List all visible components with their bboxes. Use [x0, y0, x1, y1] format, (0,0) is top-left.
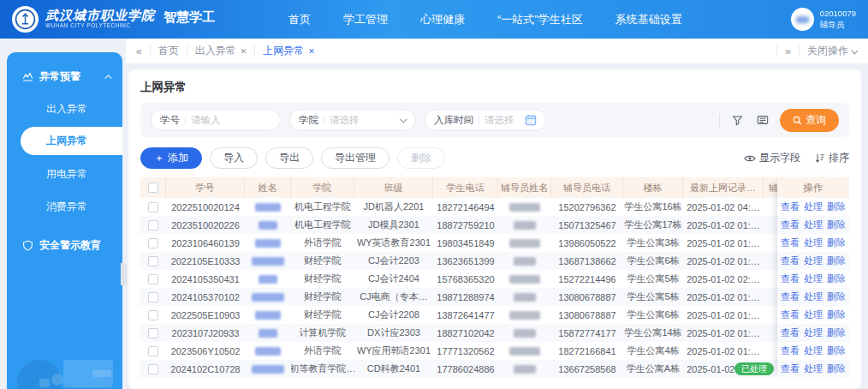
nav-item-student-affairs[interactable]: 学工管理 — [343, 12, 388, 27]
search-icon — [793, 116, 802, 125]
delete-link[interactable]: 删除 — [827, 344, 846, 357]
view-link[interactable]: 查看 — [781, 218, 800, 231]
export-button[interactable]: 导出 — [265, 147, 313, 169]
tabs-collapse-icon[interactable]: « — [136, 45, 142, 57]
row-checkbox[interactable] — [148, 346, 158, 356]
delete-link[interactable]: 删除 — [827, 272, 846, 285]
delete-link[interactable]: 删除 — [827, 290, 846, 303]
delete-link[interactable]: 删除 — [827, 200, 846, 213]
user-box[interactable]: 02010079 辅导员 — [791, 8, 856, 31]
view-link[interactable]: 查看 — [781, 290, 800, 303]
view-link[interactable]: 查看 — [781, 236, 800, 249]
cell-building: 学生公寓17栋 — [623, 216, 683, 234]
table-row: 2022105E10333财经学院CJ会计2203136236513991368… — [140, 252, 849, 270]
cell-last-record: 2025-01-02 01:… — [683, 252, 764, 270]
tab-entry-exit[interactable]: 出入异常✕ — [195, 44, 247, 58]
redacted-student-name — [255, 311, 281, 320]
cell-college: 财经学院 — [291, 288, 354, 306]
warning-monitor-icon — [22, 71, 33, 82]
handle-link[interactable]: 处理 — [804, 200, 823, 213]
import-time-filter-date[interactable]: 入库时间 请选择 — [425, 109, 546, 131]
view-link[interactable]: 查看 — [781, 362, 800, 375]
tab-label: 上网异常 — [263, 44, 304, 58]
nav-item-system-settings[interactable]: 系统基础设置 — [615, 12, 682, 27]
row-checkbox[interactable] — [148, 274, 158, 284]
table-row: 2022510020124机电工程学院JD机器人2201182721464941… — [140, 198, 849, 216]
row-checkbox[interactable] — [148, 256, 158, 266]
user-avatar[interactable] — [791, 8, 814, 31]
filter-funnel-icon[interactable] — [728, 111, 746, 129]
col-header-student-phone: 学生电话 — [433, 177, 498, 198]
view-link[interactable]: 查看 — [781, 254, 800, 267]
import-button[interactable]: 导入 — [210, 147, 258, 169]
cell-college: 计算机学院 — [291, 324, 354, 342]
handle-link[interactable]: 处理 — [804, 272, 823, 285]
tab-internet[interactable]: 上网异常✕ — [263, 44, 315, 58]
view-link[interactable]: 查看 — [781, 272, 800, 285]
nav-item-home[interactable]: 首页 — [288, 12, 311, 27]
delete-link[interactable]: 删除 — [827, 326, 846, 339]
sidebar-group-safety-education[interactable]: 安全警示教育 — [7, 223, 122, 261]
college-placeholder: 请选择 — [330, 114, 396, 127]
cell-college: 外语学院 — [291, 342, 354, 360]
student-id-filter-input[interactable]: 学号 请输入 — [151, 109, 281, 131]
handle-link[interactable]: 处理 — [804, 344, 823, 357]
handle-link[interactable]: 处理 — [804, 236, 823, 249]
header-checkbox[interactable] — [148, 183, 158, 193]
sidebar-collapse-handle[interactable] — [121, 263, 127, 285]
college-filter-select[interactable]: 学院 请选择 — [289, 109, 416, 131]
close-actions-dropdown[interactable]: 关闭操作 — [807, 44, 858, 58]
add-button[interactable]: ＋添加 — [140, 147, 202, 169]
nav-item-mental-health[interactable]: 心理健康 — [420, 12, 465, 27]
search-button[interactable]: 查询 — [780, 109, 839, 132]
handle-link[interactable]: 处理 — [804, 254, 823, 267]
sort-button[interactable]: 排序 — [814, 151, 849, 165]
cell-counselor-phone: 15202796362 — [551, 198, 623, 216]
student-id-placeholder: 请输入 — [191, 114, 271, 127]
delete-link[interactable]: 删除 — [827, 254, 846, 267]
delete-link[interactable]: 删除 — [827, 236, 846, 249]
row-checkbox[interactable] — [148, 328, 158, 338]
view-link[interactable]: 查看 — [781, 326, 800, 339]
delete-button[interactable]: 删除 — [397, 147, 445, 169]
row-checkbox[interactable] — [148, 310, 158, 320]
redacted-counselor-name — [514, 365, 536, 374]
handle-link[interactable]: 处理 — [804, 218, 823, 231]
sidebar-item-entry-exit[interactable]: 出入异常 — [7, 93, 122, 125]
sidebar-item-consumption[interactable]: 消费异常 — [7, 190, 122, 223]
cell-class: CJ会计2404 — [354, 270, 433, 288]
nav-item-student-community[interactable]: “一站式”学生社区 — [497, 12, 583, 27]
tabs-expand-icon[interactable]: » — [785, 45, 791, 57]
export-manage-button[interactable]: 导出管理 — [321, 147, 389, 169]
col-header-class: 班级 — [354, 177, 433, 198]
sidebar-item-internet[interactable]: 上网异常 — [21, 127, 122, 155]
cell-counselor-name — [498, 234, 551, 252]
layout-settings-icon[interactable] — [754, 111, 771, 129]
view-link[interactable]: 查看 — [781, 200, 800, 213]
col-header-counselor-phone: 辅导员电话 — [551, 177, 623, 198]
cell-counselor-phone: 15272214496 — [551, 270, 623, 288]
view-link[interactable]: 查看 — [781, 344, 800, 357]
handle-link[interactable]: 处理 — [804, 326, 823, 339]
sidebar-group-warning[interactable]: 异常预警 — [7, 52, 122, 93]
view-link[interactable]: 查看 — [781, 308, 800, 321]
col-header-college: 学院 — [291, 177, 354, 198]
delete-link[interactable]: 删除 — [827, 218, 846, 231]
close-icon[interactable]: ✕ — [241, 47, 247, 56]
handle-link[interactable]: 处理 — [804, 362, 823, 375]
handle-link[interactable]: 处理 — [804, 290, 823, 303]
cell-class: CJ电商（专本… — [354, 288, 433, 306]
row-checkbox[interactable] — [148, 238, 158, 248]
main-area: «首页出入异常✕上网异常✕»关闭操作 上网异常 学号 请输入 学院 — [126, 39, 868, 389]
handle-link[interactable]: 处理 — [804, 308, 823, 321]
tab-home[interactable]: 首页 — [158, 44, 179, 58]
sidebar-item-electricity[interactable]: 用电异常 — [7, 158, 122, 190]
delete-link[interactable]: 删除 — [827, 362, 846, 375]
close-icon[interactable]: ✕ — [308, 47, 315, 56]
delete-link[interactable]: 删除 — [827, 308, 846, 321]
show-fields-button[interactable]: 显示字段 — [744, 151, 800, 165]
row-checkbox[interactable] — [148, 220, 158, 230]
row-checkbox[interactable] — [148, 202, 158, 212]
row-checkbox[interactable] — [148, 292, 158, 302]
row-checkbox[interactable] — [148, 364, 158, 374]
